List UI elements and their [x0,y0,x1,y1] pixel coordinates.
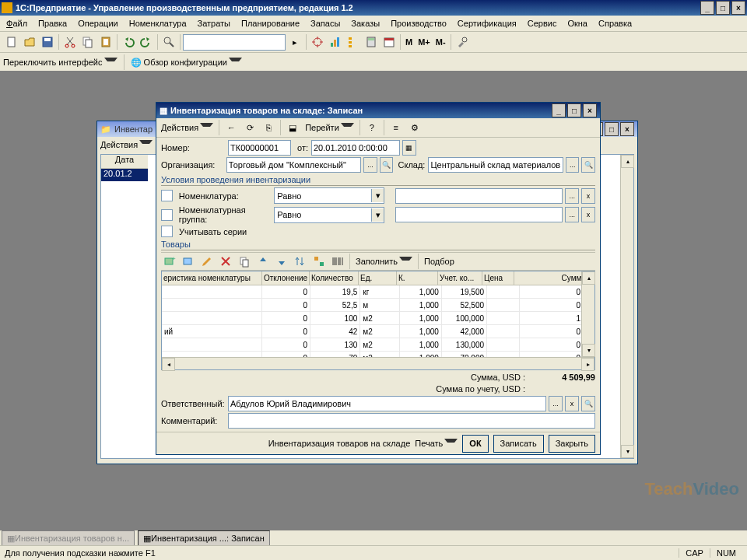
save-button[interactable]: Записать [493,435,544,453]
table-cell[interactable]: 1,000 [400,338,442,351]
undo-icon[interactable] [120,33,137,51]
menu-costs[interactable]: Затраты [195,17,234,30]
mem-m[interactable]: М [403,37,415,47]
move-down-icon[interactable] [273,253,290,270]
move-up-icon[interactable] [254,253,272,270]
switch-interface[interactable]: Переключить интерфейс [3,58,117,67]
copy-icon[interactable] [79,33,96,51]
copy-doc-icon[interactable]: ⎘ [260,119,277,136]
col-charact[interactable]: еристика номенклатуры [162,271,262,285]
table-cell[interactable]: м [360,299,399,311]
calendar-icon[interactable]: ▦ [402,140,416,156]
col-k[interactable]: К. [397,271,438,285]
table-cell[interactable] [487,338,520,351]
table-cell[interactable]: 0 [262,325,310,338]
redo-icon[interactable] [138,33,155,51]
series-checkbox[interactable] [161,226,173,237]
address-combo[interactable] [183,34,286,51]
add-row-icon[interactable]: + [161,253,178,270]
edit-row-icon[interactable] [198,253,216,270]
table-cell[interactable]: кг [360,285,399,298]
table-cell[interactable]: 1,000 [400,285,442,298]
goods-grid[interactable]: еристика номенклатуры Отклонение Количес… [161,271,595,370]
table-cell[interactable]: 100,000 [442,312,487,324]
table-cell[interactable]: 130,000 [442,338,487,351]
table-cell[interactable]: 0 [262,312,310,324]
table-cell[interactable] [487,285,520,298]
table-row[interactable]: 0100м21,000100,0001,12 [162,312,594,325]
table-row[interactable]: 052,5м1,00052,5000,05 [162,299,594,312]
table-cell[interactable] [162,338,262,351]
nomen-condition-select[interactable]: Равно▾ [274,187,384,204]
number-input[interactable]: ТК00000001 [228,140,291,156]
pick-button[interactable]: Подбор [422,257,457,266]
clear-button[interactable]: x [581,188,595,204]
clear-button[interactable]: x [565,396,579,411]
close-button[interactable]: × [731,1,745,15]
horizontal-scrollbar[interactable]: ◂ ▸ [162,357,594,369]
restore-button[interactable]: □ [716,1,730,15]
nomen-value-input[interactable] [395,188,563,204]
col-unit[interactable]: Ед. [359,271,397,285]
table-cell[interactable]: м2 [360,312,399,324]
actions-menu[interactable]: Действия [159,123,216,132]
scroll-right-icon[interactable]: ▸ [581,358,594,371]
menu-certification[interactable]: Сертификация [454,17,520,30]
chevron-down-icon[interactable]: ▾ [371,208,384,222]
save-icon[interactable] [39,33,56,51]
table-cell[interactable]: 52,5 [310,299,360,311]
table-cell[interactable]: 19,5 [310,285,360,298]
mem-mminus[interactable]: М- [433,37,448,47]
scroll-up-icon[interactable]: ▴ [582,271,595,285]
new-doc-icon[interactable] [3,33,20,51]
tree-icon[interactable] [345,33,362,51]
select-button[interactable]: ... [566,157,580,173]
scroll-down-icon[interactable]: ▾ [582,344,595,357]
fill-menu[interactable]: Заполнить [353,257,415,266]
insert-row-icon[interactable] [180,253,197,270]
table-row[interactable]: 0130м21,000130,0000,41 [162,338,594,352]
print-menu[interactable]: Печать [415,439,458,448]
table-cell[interactable]: 0 [262,285,310,298]
menu-edit[interactable]: Правка [35,17,70,30]
table-cell[interactable]: м2 [360,338,399,351]
close-button[interactable]: Закрыть [549,435,595,453]
back-icon[interactable]: ← [223,119,240,136]
open-button[interactable]: 🔍 [581,157,595,173]
close-button[interactable]: × [620,122,634,136]
goto-menu[interactable]: Перейти [303,123,356,132]
clear-button[interactable]: x [581,207,595,222]
replace-icon[interactable] [310,253,328,270]
ngroup-value-input[interactable] [395,207,563,222]
date-input[interactable]: 20.01.2010 0:00:00 [311,140,400,156]
refresh-icon[interactable]: ⟳ [241,119,258,136]
table-cell[interactable]: 52,500 [442,299,487,311]
structure-icon[interactable]: ⬓ [284,119,301,136]
table-cell[interactable]: 19,500 [442,285,487,298]
minimize-button[interactable]: _ [552,103,566,117]
barcode-icon[interactable] [329,253,346,270]
chart-icon[interactable] [327,33,344,51]
actions-menu[interactable]: Действия [100,140,153,149]
table-cell[interactable]: м2 [360,325,399,338]
restore-button[interactable]: □ [605,122,619,136]
table-cell[interactable] [487,325,520,338]
sort-icon[interactable] [292,253,309,270]
table-cell[interactable]: 42,000 [442,325,487,338]
responsible-input[interactable]: Абдулов Юрий Владимирович [228,396,546,411]
paste-icon[interactable] [97,33,114,51]
help-icon[interactable]: ? [363,119,381,136]
target-icon[interactable] [309,33,326,51]
col-acct-qty[interactable]: Учет. ко... [438,271,482,285]
close-button[interactable]: × [583,103,597,117]
table-cell[interactable]: 0 [262,338,310,351]
footer-doc-label[interactable]: Инвентаризация товаров на складе [268,439,411,448]
ngroup-condition-select[interactable]: Равно▾ [274,207,384,223]
menu-help[interactable]: Справка [595,17,635,30]
comment-input[interactable] [228,413,595,429]
select-button[interactable]: ... [549,396,563,411]
table-cell[interactable]: 100 [310,312,360,324]
search-icon[interactable] [160,33,177,51]
table-cell[interactable] [162,285,262,298]
menu-stock[interactable]: Запасы [307,17,343,30]
